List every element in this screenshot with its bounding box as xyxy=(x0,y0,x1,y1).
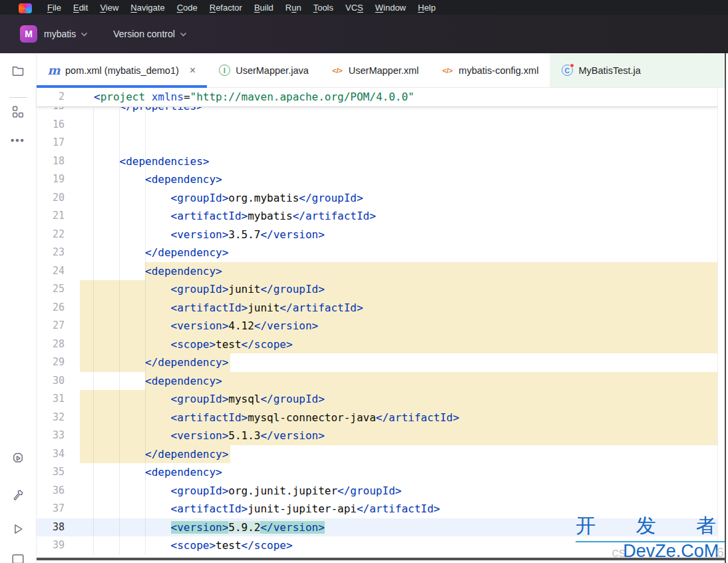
code-line-18: 18 <dependencies> xyxy=(37,152,728,171)
code-content[interactable]: </dependency> xyxy=(80,244,717,262)
main-toolbar: M mybatis Version control xyxy=(0,15,728,53)
tab-mybatis-config.xml[interactable]: </>mybatis-config.xml xyxy=(430,53,550,87)
code-content[interactable]: <artifactId>mysql-connector-java</artifa… xyxy=(80,409,717,427)
more-icon[interactable]: ••• xyxy=(7,129,29,150)
line-number: 23 xyxy=(37,244,80,262)
menu-item-code[interactable]: Code xyxy=(171,3,204,15)
code-content[interactable]: <groupId>org.mybatis</groupId> xyxy=(80,189,717,208)
menu-item-vcs[interactable]: VCS xyxy=(339,3,369,15)
menu-item-tools[interactable]: Tools xyxy=(307,3,339,15)
main-menu: FileEditViewNavigateCodeRefactorBuildRun… xyxy=(41,3,442,15)
services-icon[interactable] xyxy=(7,447,29,469)
structure-icon[interactable] xyxy=(7,101,29,122)
menu-bar: FileEditViewNavigateCodeRefactorBuildRun… xyxy=(0,0,728,15)
vcs-widget-label: Version control xyxy=(113,29,175,39)
code-content[interactable]: <dependency> xyxy=(80,463,717,482)
code-content[interactable]: <scope>test</scope> xyxy=(80,335,717,354)
tab-usermapper.xml[interactable]: </>UserMapper.xml xyxy=(320,53,431,87)
tab-pom.xml[interactable]: mpom.xml (mybatis_demo1)× xyxy=(37,53,207,87)
code-line-19: 19 <dependency> xyxy=(37,170,728,189)
line-number: 34 xyxy=(37,445,80,464)
code-content[interactable] xyxy=(80,116,717,134)
code-line-26: 26 <artifactId>junit</artifactId> xyxy=(37,299,728,317)
folder-icon[interactable] xyxy=(7,60,29,81)
build-hammer-icon[interactable] xyxy=(7,485,29,506)
menu-item-file[interactable]: File xyxy=(41,3,67,15)
editor-body: 2<project xmlns="http://maven.apache.org… xyxy=(37,88,728,563)
code-content[interactable]: <version>3.5.7</version> xyxy=(80,226,717,244)
line-number: 15 xyxy=(37,107,80,116)
code-content[interactable]: </dependency> xyxy=(80,445,717,464)
code-line-21: 21 <artifactId>mybatis</artifactId> xyxy=(37,207,728,226)
project-widget[interactable]: mybatis xyxy=(37,25,94,43)
tool-window-stripe: ••• xyxy=(0,53,37,563)
line-number: 17 xyxy=(37,134,80,152)
interface-file-icon: I xyxy=(218,65,230,77)
close-icon[interactable]: × xyxy=(190,65,196,77)
intellij-logo-icon xyxy=(19,3,32,13)
menu-item-help[interactable]: Help xyxy=(412,3,442,15)
code-content[interactable]: <version>4.12</version> xyxy=(80,317,717,335)
line-number: 18 xyxy=(37,152,80,171)
run-icon[interactable] xyxy=(7,518,29,540)
line-number: 24 xyxy=(37,262,80,281)
menu-item-window[interactable]: Window xyxy=(369,3,412,15)
line-number: 29 xyxy=(37,353,80,372)
watermark-suffix: 6 xyxy=(716,544,724,560)
code-content[interactable]: </properties> xyxy=(80,107,717,116)
ide-window: FileEditViewNavigateCodeRefactorBuildRun… xyxy=(0,0,728,563)
vcs-widget[interactable]: Version control xyxy=(106,25,194,43)
code-line-23: 23 </dependency> xyxy=(37,244,728,262)
code-content[interactable]: <dependency> xyxy=(80,262,717,281)
tab-usermapper.java[interactable]: IUserMapper.java xyxy=(207,53,320,87)
code-line-36: 36 <groupId>org.junit.jupiter</groupId> xyxy=(37,482,728,500)
code-content[interactable]: <artifactId>mybatis</artifactId> xyxy=(80,207,717,226)
project-name: mybatis xyxy=(44,29,76,39)
line-number: 25 xyxy=(37,280,80,299)
code-line-2: 2<project xmlns="http://maven.apache.org… xyxy=(37,88,728,106)
editor-scrollbar[interactable] xyxy=(717,88,725,563)
menu-item-build[interactable]: Build xyxy=(248,3,279,15)
code-content[interactable]: <artifactId>junit</artifactId> xyxy=(80,299,717,317)
code-line-27: 27 <version>4.12</version> xyxy=(37,317,728,335)
chevron-down-icon xyxy=(81,32,88,37)
terminal-icon[interactable] xyxy=(7,550,29,563)
tab-label: UserMapper.xml xyxy=(349,65,419,76)
code-content[interactable]: <version>5.1.3</version> xyxy=(80,427,717,445)
line-number: 39 xyxy=(37,536,80,555)
line-number: 35 xyxy=(37,463,80,482)
line-number: 37 xyxy=(37,500,80,518)
line-number: 2 xyxy=(37,88,80,106)
menu-item-view[interactable]: View xyxy=(94,3,124,15)
code-content[interactable]: <dependencies> xyxy=(80,152,717,171)
xml-file-icon: </> xyxy=(331,65,343,77)
code-line-24: 24 <dependency> xyxy=(37,262,728,281)
tab-mybatistest.ja[interactable]: CMyBatisTest.ja xyxy=(550,53,728,87)
code-content[interactable]: <dependency> xyxy=(80,372,717,391)
line-number: 36 xyxy=(37,482,80,500)
code-content[interactable]: <groupId>junit</groupId> xyxy=(80,280,717,299)
line-number: 16 xyxy=(37,116,80,134)
chevron-down-icon xyxy=(180,32,187,37)
editor-tab-bar: mpom.xml (mybatis_demo1)×IUserMapper.jav… xyxy=(37,53,728,88)
menu-item-run[interactable]: Run xyxy=(279,3,307,15)
menu-item-edit[interactable]: Edit xyxy=(67,3,94,15)
watermark: 开 发 者 csDevZe.CoM6 xyxy=(576,512,724,562)
code-content[interactable]: <groupId>mysql</groupId> xyxy=(80,390,717,409)
code-line-25: 25 <groupId>junit</groupId> xyxy=(37,280,728,299)
code-line-32: 32 <artifactId>mysql-connector-java</art… xyxy=(37,409,728,427)
watermark-chinese: 开 发 者 xyxy=(576,512,728,542)
line-number: 19 xyxy=(37,170,80,189)
menu-item-navigate[interactable]: Navigate xyxy=(124,3,170,15)
code-line-16: 16 xyxy=(37,116,728,134)
code-content[interactable]: </dependency> xyxy=(80,353,717,372)
code-content[interactable]: <groupId>org.junit.jupiter</groupId> xyxy=(80,482,717,500)
code-content[interactable]: <dependency> xyxy=(80,170,717,189)
code-line-35: 35 <dependency> xyxy=(37,463,728,482)
clipped-line: 15 </properties> xyxy=(37,107,728,116)
watermark-site: DevZe.CoM xyxy=(623,541,719,561)
sticky-header-line[interactable]: 2<project xmlns="http://maven.apache.org… xyxy=(37,88,728,107)
code-content[interactable] xyxy=(80,134,717,152)
code-content[interactable]: <project xmlns="http://maven.apache.org/… xyxy=(80,88,717,106)
menu-item-refactor[interactable]: Refactor xyxy=(204,3,248,15)
